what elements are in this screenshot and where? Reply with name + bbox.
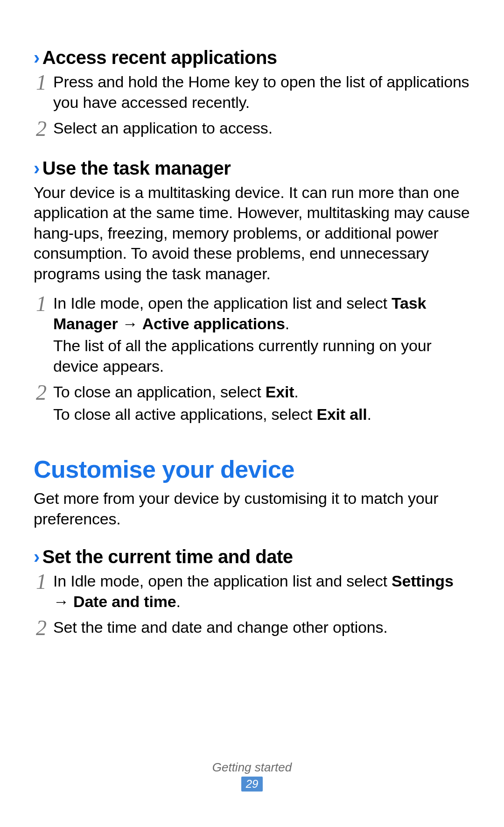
ordered-list: 1 In Idle mode, open the application lis… <box>34 293 470 426</box>
step-number: 1 <box>34 72 47 93</box>
subsection-heading-recent-apps: ›Access recent applications <box>34 47 470 68</box>
intro-paragraph: Your device is a multitasking device. It… <box>34 183 470 284</box>
ordered-list: 1 In Idle mode, open the application lis… <box>34 571 470 640</box>
step-body: Set the time and date and change other o… <box>53 617 470 640</box>
step-number: 2 <box>34 118 47 140</box>
subsection-heading-text: Set the current time and date <box>42 546 293 567</box>
section-heading-customise: Customise your device <box>34 456 470 483</box>
step-number: 2 <box>34 382 47 403</box>
subsection-heading-task-manager: ›Use the task manager <box>34 157 470 179</box>
chevron-icon: › <box>34 47 40 68</box>
page-footer: Getting started 29 <box>0 760 504 792</box>
section-intro: Get more from your device by customising… <box>34 488 470 529</box>
footer-chapter: Getting started <box>0 760 504 775</box>
page: ›Access recent applications 1 Press and … <box>0 0 504 827</box>
step-body: To close an application, select Exit.To … <box>53 382 470 426</box>
step-body: In Idle mode, open the application list … <box>53 571 470 614</box>
step-number: 2 <box>34 617 47 639</box>
step-number: 1 <box>34 571 47 593</box>
footer-page-number: 29 <box>241 777 263 792</box>
step-item: 2 Set the time and date and change other… <box>34 617 470 640</box>
step-body: In Idle mode, open the application list … <box>53 293 470 378</box>
step-item: 2 To close an application, select Exit.T… <box>34 382 470 426</box>
step-number: 1 <box>34 293 47 315</box>
step-item: 2 Select an application to access. <box>34 118 470 141</box>
chevron-icon: › <box>34 158 40 178</box>
step-item: 1 Press and hold the Home key to open th… <box>34 72 470 114</box>
subsection-heading-text: Use the task manager <box>42 158 231 178</box>
subsection-heading-text: Access recent applications <box>42 47 277 68</box>
ordered-list: 1 Press and hold the Home key to open th… <box>34 72 470 141</box>
step-item: 1 In Idle mode, open the application lis… <box>34 571 470 614</box>
subsection-heading-time-date: ›Set the current time and date <box>34 546 470 567</box>
step-body: Select an application to access. <box>53 118 470 141</box>
chevron-icon: › <box>34 546 40 567</box>
step-body: Press and hold the Home key to open the … <box>53 72 470 114</box>
step-item: 1 In Idle mode, open the application lis… <box>34 293 470 378</box>
